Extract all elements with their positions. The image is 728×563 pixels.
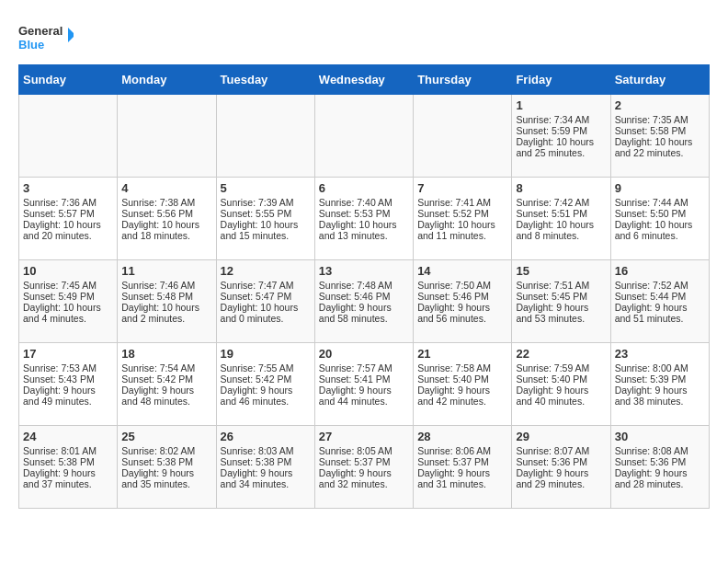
- calendar-cell: 1Sunrise: 7:34 AMSunset: 5:59 PMDaylight…: [512, 95, 610, 178]
- calendar-cell: 9Sunrise: 7:44 AMSunset: 5:50 PMDaylight…: [610, 178, 709, 260]
- calendar-cell: 28Sunrise: 8:06 AMSunset: 5:37 PMDayligh…: [414, 426, 512, 509]
- day-info: Sunset: 5:43 PM: [23, 373, 113, 385]
- header: General Blue: [18, 18, 710, 55]
- day-number: 28: [417, 430, 507, 443]
- day-info: Sunrise: 7:46 AM: [121, 280, 211, 291]
- day-number: 13: [319, 264, 409, 278]
- calendar-cell: 22Sunrise: 7:59 AMSunset: 5:40 PMDayligh…: [512, 343, 610, 426]
- weekday-header-monday: Monday: [118, 65, 216, 95]
- day-number: 24: [23, 430, 113, 443]
- day-info: Sunset: 5:41 PM: [319, 373, 409, 385]
- day-number: 19: [221, 347, 311, 361]
- weekday-header-sunday: Sunday: [19, 65, 118, 95]
- day-info: Sunrise: 8:01 AM: [23, 445, 113, 456]
- calendar-cell: 11Sunrise: 7:46 AMSunset: 5:48 PMDayligh…: [118, 260, 216, 343]
- week-row-5: 24Sunrise: 8:01 AMSunset: 5:38 PMDayligh…: [19, 426, 710, 509]
- calendar-cell: 13Sunrise: 7:48 AMSunset: 5:46 PMDayligh…: [314, 260, 413, 343]
- day-info: Daylight: 9 hours and 35 minutes.: [121, 467, 211, 489]
- calendar-cell: [19, 95, 118, 178]
- day-info: Sunset: 5:37 PM: [417, 456, 507, 467]
- day-info: Sunrise: 7:42 AM: [516, 197, 606, 208]
- day-info: Daylight: 10 hours and 15 minutes.: [221, 219, 311, 241]
- day-info: Daylight: 10 hours and 13 minutes.: [319, 219, 409, 241]
- day-info: Sunrise: 7:52 AM: [615, 280, 705, 291]
- calendar-table: SundayMondayTuesdayWednesdayThursdayFrid…: [18, 64, 710, 509]
- day-info: Daylight: 10 hours and 20 minutes.: [23, 219, 113, 241]
- day-number: 9: [615, 181, 705, 195]
- day-info: Sunrise: 7:41 AM: [417, 197, 507, 208]
- calendar-cell: 5Sunrise: 7:39 AMSunset: 5:55 PMDaylight…: [216, 178, 314, 260]
- calendar-cell: [118, 95, 216, 178]
- day-info: Sunset: 5:40 PM: [516, 373, 606, 385]
- day-info: Daylight: 10 hours and 25 minutes.: [516, 136, 606, 158]
- day-number: 17: [23, 347, 113, 361]
- day-number: 4: [121, 181, 211, 195]
- day-info: Sunset: 5:44 PM: [615, 291, 705, 302]
- day-info: Sunset: 5:46 PM: [319, 291, 409, 302]
- day-number: 15: [516, 264, 606, 278]
- day-info: Sunrise: 7:58 AM: [417, 362, 507, 373]
- day-info: Daylight: 9 hours and 53 minutes.: [516, 302, 606, 324]
- week-row-1: 1Sunrise: 7:34 AMSunset: 5:59 PMDaylight…: [19, 95, 710, 178]
- day-info: Daylight: 9 hours and 37 minutes.: [23, 467, 113, 489]
- day-number: 5: [221, 181, 311, 195]
- calendar-cell: 7Sunrise: 7:41 AMSunset: 5:52 PMDaylight…: [414, 178, 512, 260]
- day-info: Sunrise: 7:54 AM: [121, 362, 211, 373]
- day-info: Daylight: 10 hours and 2 minutes.: [121, 302, 211, 324]
- weekday-header-saturday: Saturday: [610, 65, 709, 95]
- day-info: Daylight: 10 hours and 11 minutes.: [417, 219, 507, 241]
- day-number: 29: [516, 430, 606, 443]
- day-number: 22: [516, 347, 606, 361]
- weekday-header-friday: Friday: [512, 65, 610, 95]
- day-info: Daylight: 9 hours and 49 minutes.: [23, 385, 113, 407]
- calendar-cell: 23Sunrise: 8:00 AMSunset: 5:39 PMDayligh…: [610, 343, 709, 426]
- day-number: 10: [23, 264, 113, 278]
- day-info: Sunrise: 7:40 AM: [319, 197, 409, 208]
- weekday-header-tuesday: Tuesday: [216, 65, 314, 95]
- day-info: Daylight: 10 hours and 6 minutes.: [615, 219, 705, 241]
- day-info: Sunset: 5:40 PM: [417, 373, 507, 385]
- calendar-cell: 26Sunrise: 8:03 AMSunset: 5:38 PMDayligh…: [216, 426, 314, 509]
- day-number: 14: [417, 264, 507, 278]
- day-number: 25: [121, 430, 211, 443]
- svg-marker-2: [68, 28, 74, 42]
- day-info: Sunrise: 7:36 AM: [23, 197, 113, 208]
- day-info: Sunset: 5:55 PM: [221, 208, 311, 219]
- day-info: Daylight: 9 hours and 44 minutes.: [319, 385, 409, 407]
- weekday-header-thursday: Thursday: [414, 65, 512, 95]
- calendar-cell: 8Sunrise: 7:42 AMSunset: 5:51 PMDaylight…: [512, 178, 610, 260]
- day-number: 20: [319, 347, 409, 361]
- day-number: 8: [516, 181, 606, 195]
- calendar-cell: 18Sunrise: 7:54 AMSunset: 5:42 PMDayligh…: [118, 343, 216, 426]
- day-info: Sunrise: 7:47 AM: [221, 280, 311, 291]
- day-info: Sunrise: 7:39 AM: [221, 197, 311, 208]
- calendar-cell: 12Sunrise: 7:47 AMSunset: 5:47 PMDayligh…: [216, 260, 314, 343]
- day-number: 2: [615, 98, 705, 112]
- day-info: Sunset: 5:38 PM: [23, 456, 113, 467]
- calendar-cell: 24Sunrise: 8:01 AMSunset: 5:38 PMDayligh…: [19, 426, 118, 509]
- day-number: 23: [615, 347, 705, 361]
- day-info: Sunrise: 7:57 AM: [319, 362, 409, 373]
- calendar-cell: 6Sunrise: 7:40 AMSunset: 5:53 PMDaylight…: [314, 178, 413, 260]
- day-info: Daylight: 9 hours and 28 minutes.: [615, 467, 705, 489]
- day-info: Sunset: 5:47 PM: [221, 291, 311, 302]
- calendar-cell: 30Sunrise: 8:08 AMSunset: 5:36 PMDayligh…: [610, 426, 709, 509]
- day-info: Sunset: 5:50 PM: [615, 208, 705, 219]
- day-info: Daylight: 9 hours and 58 minutes.: [319, 302, 409, 324]
- day-info: Daylight: 9 hours and 46 minutes.: [221, 385, 311, 407]
- day-number: 16: [615, 264, 705, 278]
- svg-text:General: General: [18, 24, 63, 38]
- day-info: Sunset: 5:45 PM: [516, 291, 606, 302]
- day-info: Sunset: 5:52 PM: [417, 208, 507, 219]
- day-number: 11: [121, 264, 211, 278]
- day-number: 3: [23, 181, 113, 195]
- day-number: 30: [615, 430, 705, 443]
- calendar-cell: 4Sunrise: 7:38 AMSunset: 5:56 PMDaylight…: [118, 178, 216, 260]
- week-row-3: 10Sunrise: 7:45 AMSunset: 5:49 PMDayligh…: [19, 260, 710, 343]
- logo: General Blue: [18, 18, 74, 55]
- day-info: Daylight: 10 hours and 18 minutes.: [121, 219, 211, 241]
- day-info: Sunset: 5:51 PM: [516, 208, 606, 219]
- day-info: Sunrise: 8:02 AM: [121, 445, 211, 456]
- day-info: Daylight: 9 hours and 56 minutes.: [417, 302, 507, 324]
- calendar-cell: 10Sunrise: 7:45 AMSunset: 5:49 PMDayligh…: [19, 260, 118, 343]
